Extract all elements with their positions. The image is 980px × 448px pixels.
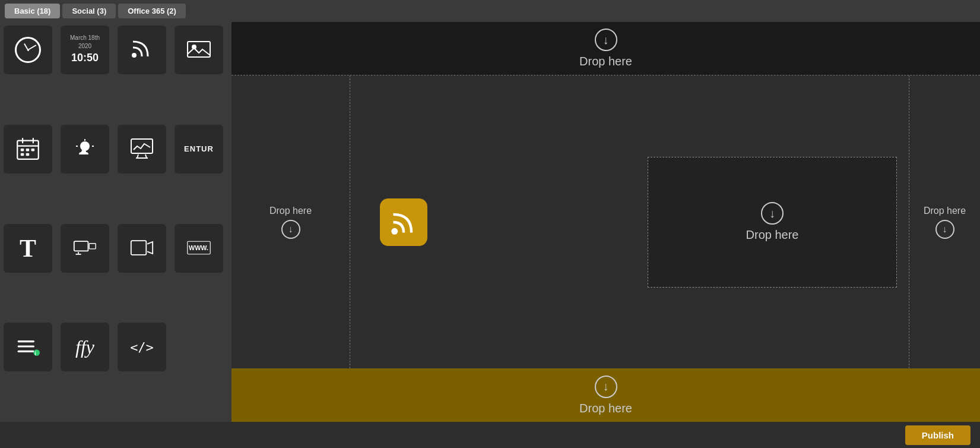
main-area: March 18th 2020 10:50: [0, 22, 980, 422]
calendar-icon: [16, 137, 40, 162]
widget-fy[interactable]: ffy: [61, 323, 109, 371]
canvas-middle: Drop here ↓ ↓ Dro: [231, 75, 980, 368]
drop-circle-right: ↓: [935, 220, 954, 239]
drop-zone-left[interactable]: Drop here ↓: [231, 75, 350, 368]
drop-here-top-label: ↓ Drop here: [579, 29, 632, 68]
widget-panel: March 18th 2020 10:50: [0, 22, 231, 422]
tab-office365[interactable]: Office 365 (2): [118, 4, 186, 18]
widget-code[interactable]: </>: [118, 323, 166, 371]
drop-here-left-label: Drop here ↓: [269, 206, 312, 239]
svg-text:i: i: [35, 351, 36, 356]
svg-point-12: [80, 141, 90, 151]
svg-point-0: [132, 53, 137, 58]
weather-icon: [73, 137, 97, 162]
monitor-icon: [130, 137, 154, 162]
drop-circle-center: ↓: [761, 202, 784, 225]
drop-zone-bottom[interactable]: ↓ Drop here: [231, 368, 980, 422]
svg-rect-8: [26, 149, 30, 151]
drop-here-center-label: ↓ Drop here: [746, 202, 799, 242]
widget-listinfo[interactable]: i: [4, 323, 52, 371]
image-icon: [187, 37, 211, 62]
tab-bar: Basic (18) Social (3) Office 365 (2): [0, 0, 980, 22]
canvas-center: ↓ Drop here: [350, 75, 909, 368]
svg-rect-9: [31, 149, 35, 151]
tab-social[interactable]: Social (3): [62, 4, 116, 18]
text-icon: T: [20, 234, 36, 263]
widget-entur[interactable]: ENTUR: [175, 125, 223, 173]
widget-video[interactable]: [118, 224, 166, 273]
drop-zone-top[interactable]: ↓ Drop here: [231, 22, 980, 75]
svg-rect-10: [21, 153, 24, 156]
drop-circle-top: ↓: [595, 29, 617, 51]
multiscreen-icon: [73, 236, 97, 261]
publish-button[interactable]: Publish: [905, 425, 971, 445]
svg-rect-11: [26, 153, 30, 156]
svg-rect-22: [89, 243, 96, 248]
video-icon: [130, 236, 154, 261]
svg-point-35: [391, 228, 398, 234]
widget-datetime[interactable]: March 18th 2020 10:50: [61, 26, 109, 74]
tab-basic[interactable]: Basic (18): [5, 4, 60, 18]
svg-text:WWW.: WWW.: [189, 244, 208, 251]
drop-here-right-label: Drop here ↓: [924, 206, 966, 239]
widget-www[interactable]: WWW.: [175, 224, 223, 273]
svg-rect-1: [188, 42, 210, 57]
svg-rect-7: [21, 149, 24, 151]
rss-icon: [130, 36, 154, 64]
widget-image[interactable]: [175, 26, 223, 74]
fy-icon: ffy: [75, 336, 94, 358]
widget-text[interactable]: T: [4, 224, 52, 273]
listinfo-icon: i: [16, 335, 40, 359]
bottom-bar: Publish: [0, 422, 980, 448]
widget-calendar[interactable]: [4, 125, 52, 173]
code-icon: </>: [130, 340, 154, 355]
widget-rss[interactable]: [118, 26, 166, 74]
canvas-area: ↓ Drop here Drop here ↓: [231, 22, 980, 422]
drop-circle-bottom: ↓: [595, 376, 617, 398]
drop-circle-left: ↓: [281, 220, 300, 239]
datetime-icon: March 18th 2020 10:50: [70, 34, 100, 65]
widget-clock[interactable]: [4, 26, 52, 74]
entur-label: ENTUR: [184, 144, 214, 153]
widget-weather[interactable]: [61, 125, 109, 173]
clock-icon: [15, 37, 41, 63]
svg-rect-21: [74, 241, 88, 251]
widget-monitor[interactable]: [118, 125, 166, 173]
placed-rss-widget[interactable]: [380, 198, 427, 246]
drop-zone-center[interactable]: ↓ Drop here: [648, 157, 897, 288]
www-icon: WWW.: [187, 236, 211, 261]
widget-multiscreen[interactable]: [61, 224, 109, 273]
svg-rect-25: [131, 241, 146, 255]
drop-here-bottom-label: ↓ Drop here: [579, 376, 632, 415]
drop-zone-right[interactable]: Drop here ↓: [909, 75, 980, 368]
